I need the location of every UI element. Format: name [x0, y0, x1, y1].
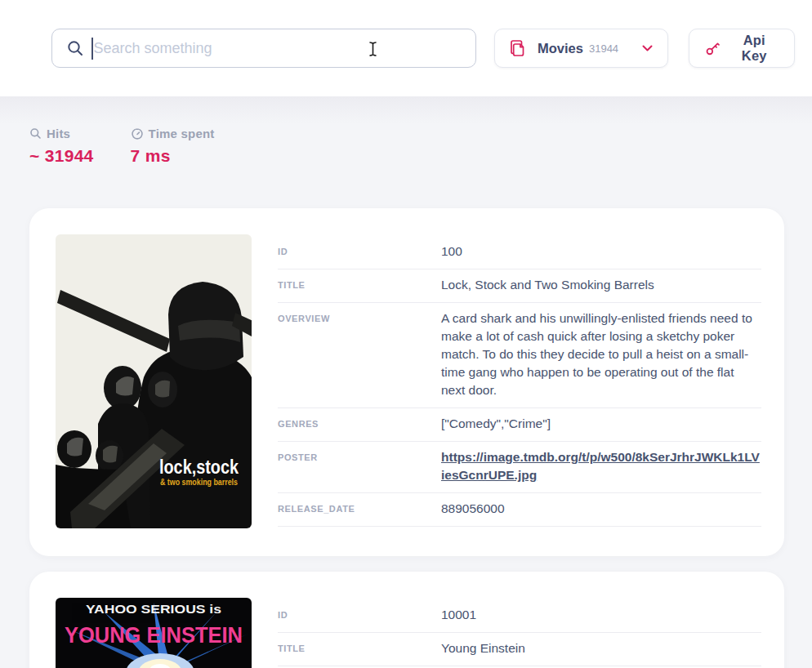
document-fields: ID 100 TITLE Lock, Stock and Two Smoking…	[278, 234, 761, 528]
search-stats: Hits ~ 31944 Time spent 7 ms	[29, 127, 784, 166]
field-value: Young Einstein	[441, 639, 761, 657]
api-key-label: Api Key	[729, 33, 779, 64]
field-label: GENRES	[278, 415, 441, 429]
time-spent-label: Time spent	[149, 127, 215, 140]
poster-url-link[interactable]: https://image.tmdb.org/t/p/w500/8kSerJrh…	[441, 450, 760, 482]
search-input[interactable]	[94, 40, 465, 57]
header: Movies 31944 Api Key	[0, 0, 812, 96]
index-selector-label: Movies	[538, 41, 583, 56]
field-value: 889056000	[441, 500, 761, 518]
index-doc-count: 31944	[589, 42, 618, 55]
field-row-poster: POSTER https://image.tmdb.org/t/p/w500/8…	[278, 442, 761, 493]
text-caret	[91, 38, 93, 60]
field-value: 10001	[441, 606, 761, 624]
chevron-down-icon	[642, 45, 653, 52]
field-label: ID	[278, 606, 441, 620]
mouse-cursor-ibeam	[367, 41, 379, 57]
field-label: RELEASE_DATE	[278, 500, 441, 514]
poster-subtitle-text: & two smoking barrels	[160, 478, 238, 487]
field-row-overview: OVERVIEW A card shark and his unwillingl…	[278, 303, 761, 408]
time-spent-stat: Time spent 7 ms	[131, 127, 215, 166]
field-value: ["Comedy","Crime"]	[441, 415, 761, 433]
field-label: POSTER	[278, 448, 441, 462]
field-value: A card shark and his unwillingly-enliste…	[441, 310, 761, 399]
movie-poster-image: lock,stock & two smoking barrels	[56, 234, 252, 528]
hits-value: ~ 31944	[29, 146, 94, 166]
time-spent-value: 7 ms	[131, 146, 215, 166]
field-row-release-date: RELEASE_DATE 889056000	[278, 493, 761, 527]
poster-title-text: lock,stock	[159, 456, 239, 478]
key-icon	[704, 40, 721, 57]
poster-title-text: YOUNG EINSTEIN	[65, 622, 243, 648]
hits-stat: Hits ~ 31944	[29, 127, 94, 166]
field-row-title: TITLE Lock, Stock and Two Smoking Barrel…	[278, 269, 761, 303]
field-label: OVERVIEW	[278, 310, 441, 323]
field-label: TITLE	[278, 276, 441, 290]
result-card: lock,stock & two smoking barrels ID 100 …	[29, 208, 784, 556]
field-label: ID	[278, 243, 441, 256]
field-row-id: ID 100	[278, 236, 761, 269]
results-area: Hits ~ 31944 Time spent 7 ms	[0, 96, 812, 668]
field-value: Lock, Stock and Two Smoking Barrels	[441, 276, 761, 294]
result-card: YAHOO SERIOUS is YOUNG EINSTEIN ID 10001…	[29, 572, 784, 668]
api-key-button[interactable]: Api Key	[689, 29, 795, 68]
field-row-title: TITLE Young Einstein	[278, 633, 761, 666]
document-fields: ID 10001 TITLE Young Einstein OVERVIEW A…	[278, 598, 761, 668]
meilisearch-mini-dashboard: Movies 31944 Api Key	[0, 0, 812, 668]
field-value: 100	[441, 243, 761, 261]
search-box[interactable]	[51, 29, 476, 68]
movie-poster-image: YAHOO SERIOUS is YOUNG EINSTEIN	[56, 598, 252, 668]
gauge-icon	[131, 127, 144, 140]
results-list: lock,stock & two smoking barrels ID 100 …	[29, 208, 784, 668]
search-icon	[66, 39, 84, 57]
documents-icon	[508, 38, 527, 58]
search-icon	[29, 127, 42, 140]
hits-label: Hits	[47, 127, 70, 140]
index-selector-dropdown[interactable]: Movies 31944	[494, 29, 668, 68]
poster-billing-text: YAHOO SERIOUS is	[86, 603, 221, 616]
field-row-genres: GENRES ["Comedy","Crime"]	[278, 408, 761, 442]
field-row-id: ID 10001	[278, 599, 761, 633]
field-label: TITLE	[278, 639, 441, 653]
